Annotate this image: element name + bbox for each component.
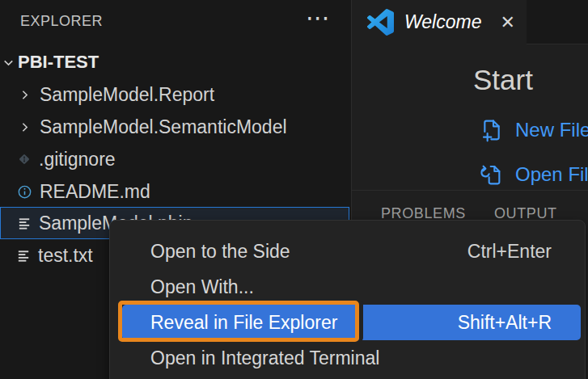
- open-file-link[interactable]: Open File...: [479, 162, 588, 187]
- info-icon: [16, 183, 33, 200]
- tree-item-readme[interactable]: README.md: [0, 175, 351, 208]
- tree-item-label: SampleModel.Report: [40, 84, 214, 106]
- git-icon: [16, 151, 32, 167]
- tree-item-gitignore[interactable]: .gitignore: [0, 143, 351, 175]
- menu-item-label: Open to the Side: [150, 241, 467, 263]
- tree-item-samplemodel-semanticmodel[interactable]: SampleModel.SemanticModel: [0, 111, 351, 143]
- tree-item-samplemodel-report[interactable]: SampleModel.Report: [0, 78, 351, 111]
- start-heading: Start: [473, 64, 533, 96]
- menu-item-open-with[interactable]: Open With...: [110, 269, 585, 305]
- context-menu: Open to the Side Ctrl+Enter Open With...…: [109, 220, 586, 379]
- open-file-label: Open File...: [515, 163, 588, 186]
- tab-label: Welcome: [404, 11, 496, 33]
- tree-item-label: test.txt: [38, 245, 93, 267]
- text-file-icon: [17, 216, 32, 231]
- close-icon[interactable]: ✕: [501, 12, 515, 33]
- menu-item-label: Open in Integrated Terminal: [150, 347, 552, 369]
- new-file-label: New File...: [515, 119, 588, 141]
- new-file-icon: [479, 117, 505, 143]
- more-actions-icon[interactable]: ⋯: [306, 2, 330, 34]
- tree-item-label: SampleModel.SemanticModel: [40, 116, 287, 138]
- vscode-logo-icon: [367, 9, 394, 36]
- menu-item-label: Reveal in File Explorer: [150, 312, 458, 334]
- tree-item-label: .gitignore: [39, 149, 116, 171]
- vscode-window: EXPLORER ⋯ PBI-TEST SampleModel.Report: [0, 0, 588, 379]
- welcome-page: Start New File...: [352, 44, 588, 190]
- chevron-down-icon[interactable]: [2, 56, 15, 69]
- menu-item-open-in-integrated-terminal[interactable]: Open in Integrated Terminal: [110, 340, 585, 376]
- tree-root-pbi-test[interactable]: PBI-TEST: [0, 46, 351, 78]
- tab-bar-empty: [527, 0, 588, 44]
- chevron-right-icon[interactable]: [18, 88, 32, 102]
- tree-item-label: README.md: [40, 181, 150, 203]
- tab-bar: Welcome ✕: [352, 0, 588, 44]
- tree-root-label: PBI-TEST: [18, 52, 99, 73]
- explorer-title: EXPLORER: [20, 13, 103, 30]
- menu-item-reveal-in-file-explorer[interactable]: Reveal in File Explorer Shift+Alt+R: [122, 305, 581, 340]
- explorer-header: EXPLORER ⋯: [0, 0, 351, 45]
- menu-item-shortcut: Shift+Alt+R: [458, 312, 552, 334]
- text-file-icon: [16, 248, 32, 263]
- new-file-link[interactable]: New File...: [479, 117, 588, 143]
- tab-welcome[interactable]: Welcome ✕: [352, 0, 527, 44]
- chevron-right-icon[interactable]: [18, 120, 32, 134]
- menu-item-shortcut: Ctrl+Enter: [467, 241, 552, 263]
- menu-item-label: Open With...: [150, 276, 552, 298]
- menu-item-open-to-the-side[interactable]: Open to the Side Ctrl+Enter: [110, 234, 585, 269]
- open-file-icon: [479, 162, 505, 187]
